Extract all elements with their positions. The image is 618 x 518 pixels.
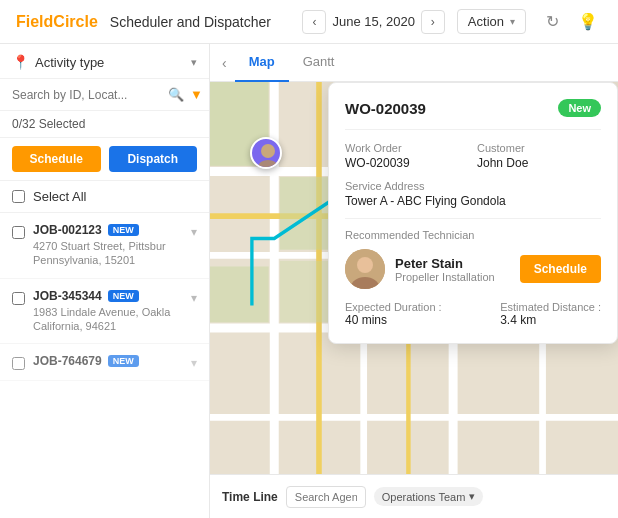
select-all-row: Select All (0, 181, 209, 213)
job-info: JOB-345344 NEW 1983 Lindale Avenue, Oakl… (33, 289, 183, 334)
map-avatar-1[interactable] (250, 137, 282, 169)
select-all-checkbox[interactable] (12, 190, 25, 203)
select-all-label: Select All (33, 189, 86, 204)
map-area: 🏠 🏠 📍 i Time Line Operations Team ▾ W (210, 82, 618, 518)
list-item[interactable]: JOB-002123 NEW 4270 Stuart Street, Pitts… (0, 213, 209, 279)
work-order-field: Work Order WO-020039 (345, 142, 469, 170)
popup-status-badge: New (558, 99, 601, 117)
map-tabs: ‹ Map Gantt (210, 44, 618, 82)
timeline-label: Time Line (222, 490, 278, 504)
dispatch-button[interactable]: Dispatch (109, 146, 198, 172)
popup-divider (345, 218, 601, 219)
activity-type-row: 📍 Activity type ▾ (0, 44, 209, 79)
timeline-row: Time Line Operations Team ▾ (210, 474, 618, 518)
tab-map[interactable]: Map (235, 44, 289, 82)
ops-team-chevron: ▾ (469, 490, 475, 503)
next-date-button[interactable]: › (421, 10, 445, 34)
chevron-down-icon: ▾ (510, 16, 515, 27)
popup-card: WO-020039 New Work Order WO-020039 Custo… (328, 82, 618, 344)
new-badge: NEW (108, 224, 139, 236)
job-list: JOB-002123 NEW 4270 Stuart Street, Pitts… (0, 213, 209, 518)
top-header: FieldCircle Scheduler and Dispatcher ‹ J… (0, 0, 618, 44)
prev-date-button[interactable]: ‹ (302, 10, 326, 34)
svg-point-30 (357, 257, 373, 273)
service-address-value: Tower A - ABC Flying Gondola (345, 194, 601, 208)
popup-schedule-button[interactable]: Schedule (520, 255, 601, 283)
tech-avatar (345, 249, 385, 289)
new-badge: NEW (108, 355, 139, 367)
estimated-distance-value: 3.4 km (500, 313, 601, 327)
refresh-icon[interactable]: ↻ (538, 8, 566, 36)
tab-gantt[interactable]: Gantt (289, 44, 349, 82)
selected-count: 0/32 Selected (0, 111, 209, 138)
search-row: 🔍 ▼ (0, 79, 209, 111)
tab-nav-prev[interactable]: ‹ (222, 55, 227, 71)
technician-row: Peter Stain Propeller Installation Sched… (345, 249, 601, 289)
chevron-down-icon: ▾ (191, 225, 197, 239)
service-address-section: Service Address Tower A - ABC Flying Gon… (345, 180, 601, 208)
popup-header: WO-020039 New (345, 99, 601, 130)
left-panel: 📍 Activity type ▾ 🔍 ▼ 0/32 Selected Sche… (0, 44, 210, 518)
pin-icon: 📍 (12, 54, 29, 70)
service-address-label: Service Address (345, 180, 601, 192)
recommended-label: Recommended Technician (345, 229, 601, 241)
tech-name: Peter Stain (395, 256, 510, 271)
popup-footer: Expected Duration : 40 mins Estimated Di… (345, 301, 601, 327)
app-title: Scheduler and Dispatcher (110, 14, 291, 30)
estimated-distance-field: Estimated Distance : 3.4 km (500, 301, 601, 327)
new-badge: NEW (108, 290, 139, 302)
job-id: JOB-764679 (33, 354, 102, 368)
header-icons: ↻ 💡 (538, 8, 602, 36)
chevron-down-icon: ▾ (191, 56, 197, 69)
ops-team-label: Operations Team (382, 491, 466, 503)
job-info: JOB-764679 NEW (33, 354, 183, 370)
job-checkbox[interactable] (12, 226, 25, 239)
job-id: JOB-345344 (33, 289, 102, 303)
current-date: June 15, 2020 (332, 14, 414, 29)
list-item[interactable]: JOB-764679 NEW ▾ (0, 344, 209, 381)
logo: FieldCircle (16, 13, 98, 31)
popup-grid: Work Order WO-020039 Customer John Doe (345, 142, 601, 170)
activity-type-label: Activity type (35, 55, 185, 70)
list-item[interactable]: JOB-345344 NEW 1983 Lindale Avenue, Oakl… (0, 279, 209, 345)
ops-team-badge[interactable]: Operations Team ▾ (374, 487, 484, 506)
notification-icon[interactable]: 💡 (574, 8, 602, 36)
job-header: JOB-764679 NEW (33, 354, 183, 368)
job-header: JOB-345344 NEW (33, 289, 183, 303)
tech-info: Peter Stain Propeller Installation (395, 256, 510, 283)
popup-wo-id: WO-020039 (345, 100, 426, 117)
search-icon: 🔍 (168, 87, 184, 102)
job-address: 1983 Lindale Avenue, Oakla California, 9… (33, 305, 183, 334)
job-header: JOB-002123 NEW (33, 223, 183, 237)
tech-role: Propeller Installation (395, 271, 510, 283)
work-order-label: Work Order (345, 142, 469, 154)
svg-rect-15 (210, 266, 269, 322)
date-navigation: ‹ June 15, 2020 › (302, 10, 444, 34)
expected-duration-field: Expected Duration : 40 mins (345, 301, 442, 327)
job-checkbox[interactable] (12, 292, 25, 305)
chevron-down-icon: ▾ (191, 291, 197, 305)
customer-label: Customer (477, 142, 601, 154)
action-buttons: Schedule Dispatch (0, 138, 209, 181)
right-panel: ‹ Map Gantt (210, 44, 618, 518)
estimated-distance-label: Estimated Distance : (500, 301, 601, 313)
job-checkbox[interactable] (12, 357, 25, 370)
schedule-button[interactable]: Schedule (12, 146, 101, 172)
action-button[interactable]: Action ▾ (457, 9, 526, 34)
job-address: 4270 Stuart Street, Pittsbur Pennsylvani… (33, 239, 183, 268)
expected-duration-value: 40 mins (345, 313, 442, 327)
expected-duration-label: Expected Duration : (345, 301, 442, 313)
job-id: JOB-002123 (33, 223, 102, 237)
customer-value: John Doe (477, 156, 601, 170)
filter-icon[interactable]: ▼ (190, 87, 203, 102)
work-order-value: WO-020039 (345, 156, 469, 170)
main-layout: 📍 Activity type ▾ 🔍 ▼ 0/32 Selected Sche… (0, 44, 618, 518)
search-input[interactable] (12, 88, 162, 102)
customer-field: Customer John Doe (477, 142, 601, 170)
chevron-down-icon: ▾ (191, 356, 197, 370)
search-agent-input[interactable] (286, 486, 366, 508)
job-info: JOB-002123 NEW 4270 Stuart Street, Pitts… (33, 223, 183, 268)
svg-point-19 (261, 144, 275, 158)
